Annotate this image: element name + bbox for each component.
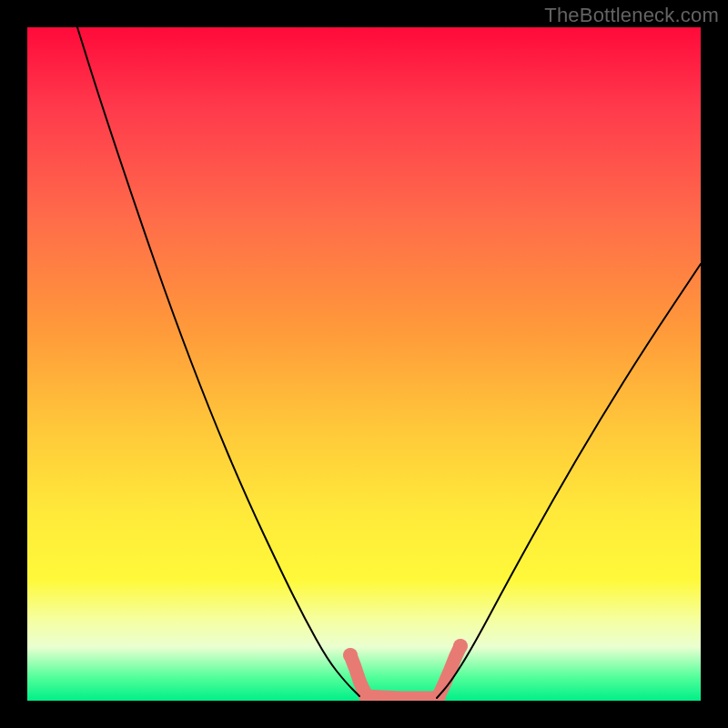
plot-area xyxy=(27,27,701,701)
series-right-curve xyxy=(437,264,701,698)
annotation-layer xyxy=(343,639,468,701)
pink-blob-bottom xyxy=(366,696,435,698)
chart-svg xyxy=(27,27,701,701)
curve-layer xyxy=(77,27,701,698)
chart-stage: TheBottleneck.com xyxy=(0,0,728,728)
pink-blob-left-cap xyxy=(343,648,358,662)
series-left-curve xyxy=(77,27,359,696)
pink-blob-right-cap xyxy=(453,639,468,653)
attribution-text: TheBottleneck.com xyxy=(544,4,719,27)
